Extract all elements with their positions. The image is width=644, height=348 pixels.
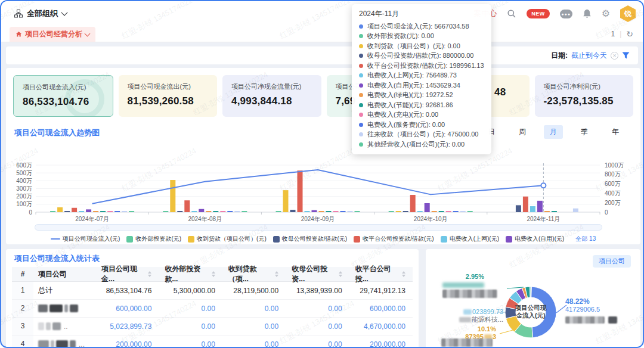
value-cell: 86,533,104.76 — [95, 287, 159, 295]
kpi-card-3[interactable]: 项目公司净现金流量(元)4,993,844.18 — [222, 75, 321, 117]
company-cell: .. — [33, 322, 95, 331]
kpi-value: 81,539,260.58 — [128, 95, 209, 107]
pager: 1 | ↻ — [611, 26, 633, 42]
svg-text:600万: 600万 — [605, 181, 621, 187]
svg-text:0: 0 — [605, 209, 608, 216]
series-dot — [359, 73, 363, 77]
refresh-icon[interactable]: ↻ — [626, 29, 633, 39]
svg-text:2024年-07月: 2024年-07月 — [75, 216, 109, 222]
donut-center-label: 项目公司现 金流入(元) — [510, 304, 552, 319]
new-badge[interactable]: NEW — [527, 9, 550, 18]
legend-swatch — [506, 236, 512, 243]
svg-text:200万: 200万 — [605, 200, 621, 206]
value-cell: 200,000.00 — [349, 340, 413, 348]
sort-icon[interactable] — [212, 269, 215, 279]
search-icon[interactable] — [507, 9, 516, 18]
svg-text:200万: 200万 — [16, 193, 32, 200]
donut-card: 项目公司 项目公司现 金流入(元) 2.95% 023899.73 能源科技..… — [426, 249, 640, 348]
trend-chart-title: 项目公司现金流入趋势图 — [14, 128, 100, 138]
kpi-card-row: 项目公司现金流入(元)86,533,104.76项目公司现金流出(元)81,53… — [13, 75, 633, 117]
svg-text:100万: 100万 — [16, 201, 32, 207]
legend-label: 项目公司现金流入(元) — [63, 235, 120, 243]
clear-filter-icon[interactable]: ✕ — [611, 52, 618, 60]
redacted-company-name — [46, 322, 51, 330]
main-panel: 项目公司现金流入(元)86,533,104.76项目公司现金流出(元)81,53… — [6, 68, 640, 244]
sort-icon[interactable] — [275, 269, 278, 279]
gear-icon[interactable]: ⚙ — [602, 9, 610, 18]
sort-icon[interactable] — [339, 269, 342, 279]
donut-callout-blue: 48.22% 41729006.5 — [565, 298, 617, 324]
period-tab-季[interactable]: 季 — [575, 125, 594, 139]
column-header: 项目公司 — [33, 269, 95, 279]
table-row[interactable]: 4...200,000.000.000.000.00200,000.00 — [12, 335, 413, 348]
legend-item[interactable]: 电费收入(自用)(元) — [506, 235, 564, 243]
series-dot — [359, 54, 363, 58]
redacted-company-name — [38, 340, 49, 348]
chart-tooltip: 2024年-11月 项目公司现金流入(元): 5667034.58收外部投资款(… — [352, 4, 491, 154]
date-filter[interactable]: 日期: 截止到今天 ✕ — [551, 46, 630, 64]
svg-text:400万: 400万 — [16, 178, 32, 184]
column-header[interactable]: 收母公司投资... — [286, 264, 349, 284]
legend-item[interactable]: 收外部投资款(元) — [126, 235, 181, 243]
column-header[interactable]: 收到贷款（项... — [222, 264, 286, 284]
filter-funnel-icon[interactable] — [622, 52, 630, 59]
legend-item[interactable]: 收到贷款（项目公司）(元) — [188, 235, 267, 243]
tooltip-text: 电费收入(节能)(元): 92681.86 — [367, 101, 453, 110]
tab-project-analysis[interactable]: 项目公司经营分析 — [10, 27, 95, 42]
kpi-card-2[interactable]: 项目公司现金流出(元)81,539,260.58 — [119, 75, 218, 117]
value-cell: 0.00 — [286, 340, 349, 348]
date-filter-label: 日期: — [551, 51, 568, 61]
legend-item[interactable]: 收母公司投资款/借款(元) — [273, 235, 347, 243]
table-row[interactable]: 2600,000.000.000.000.00600,000.00 — [12, 300, 413, 318]
kpi-card-1[interactable]: 项目公司现金流入(元)86,533,104.76 — [13, 75, 113, 117]
column-header[interactable]: 收平台公司投... — [349, 264, 413, 284]
legend-more-link[interactable]: 全部 13 — [575, 235, 596, 243]
redacted-company-name — [52, 322, 61, 330]
legend-label: 电费收入(自用)(元) — [515, 235, 564, 243]
legend-item[interactable]: 项目公司现金流入(元) — [51, 235, 120, 243]
table-card: 项目公司现金流入统计表 #项目公司项目公司现金...收外部投资款...收到贷款（… — [6, 249, 419, 348]
tooltip-text: 电费收入(绿电)(元): 19272.52 — [367, 91, 453, 100]
series-dot — [359, 64, 363, 68]
value-cell: 0.00 — [222, 304, 286, 313]
donut-callout-teal: 2.95% — [431, 273, 484, 288]
tooltip-text: 收平台公司投资款/借款(元): 1989961.13 — [367, 61, 484, 70]
legend-item[interactable]: 收平台公司投资款/借款(元) — [354, 235, 434, 243]
tooltip-text: 收外部投资款(元): 0.00 — [367, 32, 434, 41]
sort-icon[interactable] — [402, 269, 405, 279]
trend-chart[interactable]: 600万500万400万300万200万100万01000万800万600万40… — [10, 156, 637, 224]
sort-icon[interactable] — [148, 269, 151, 279]
company-cell — [33, 304, 95, 312]
tooltip-item: 电费收入(节能)(元): 92681.86 — [359, 100, 484, 110]
period-tab-年[interactable]: 年 — [606, 125, 625, 139]
kpi-card-6[interactable]: 项目公司净利润(元)-23,578,135.85 — [535, 75, 634, 117]
column-header[interactable]: 项目公司现金... — [95, 264, 159, 284]
org-selector[interactable]: 全部组织 — [14, 1, 67, 26]
blurred-value — [442, 282, 484, 288]
avatar[interactable]: 锐 — [620, 5, 636, 22]
legend-item[interactable]: 电费收入(上网)(元) — [441, 235, 499, 243]
svg-text:400万: 400万 — [605, 190, 621, 197]
tooltip-text: 电费收入(服务费)(元): 0.00 — [367, 120, 445, 129]
value-cell: 5,023,899.73 — [95, 322, 159, 331]
redacted-company-name — [56, 340, 68, 348]
project-company-chip[interactable]: 项目公司 — [593, 255, 631, 268]
tooltip-item: 往来收款（项目公司）(元): 475000.00 — [359, 130, 484, 140]
data-zoom-slider[interactable] — [35, 224, 602, 231]
redacted-company-name — [565, 316, 605, 324]
tooltip-text: 电费收入(充电)(元): 0.00 — [367, 110, 438, 119]
date-filter-value[interactable]: 截止到今天 — [571, 51, 607, 61]
period-tab-月[interactable]: 月 — [544, 125, 563, 139]
svg-text:2024年-11月: 2024年-11月 — [527, 216, 560, 222]
tooltip-text: 收母公司投资款/借款(元): 880000.00 — [367, 51, 474, 60]
bell-icon[interactable] — [583, 9, 592, 18]
chat-icon[interactable]: ●●● — [560, 10, 572, 18]
tooltip-text: 项目公司现金流入(元): 5667034.58 — [367, 22, 469, 31]
period-tab-周[interactable]: 周 — [513, 125, 532, 139]
legend-label: 收平台公司投资款/借款(元) — [363, 235, 434, 243]
column-header[interactable]: 收外部投资款... — [159, 264, 222, 284]
table-row[interactable]: 1总计86,533,104.765,300,000.0028,119,500.0… — [12, 282, 413, 300]
redacted-company-name — [70, 304, 78, 312]
redacted-company-name — [38, 304, 48, 312]
table-row[interactable]: 3..5,023,899.730.000.000.004,670,000.00 — [12, 318, 413, 335]
